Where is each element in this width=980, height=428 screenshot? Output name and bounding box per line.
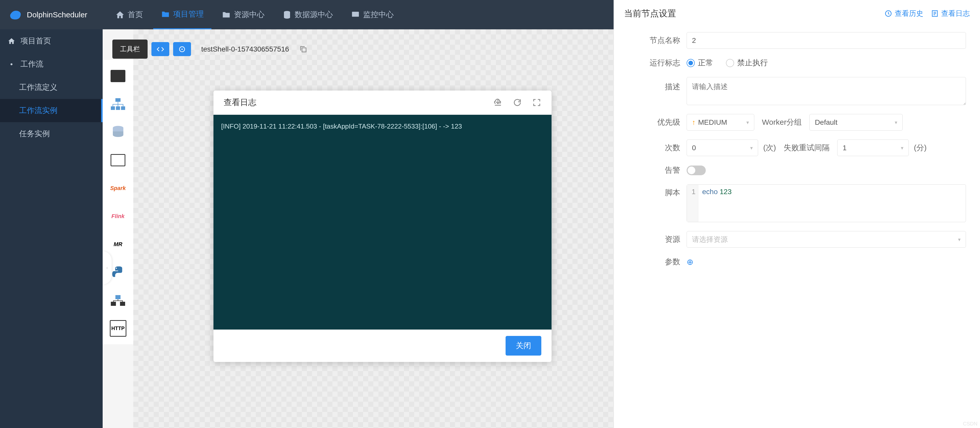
node-name-label: 节点名称 bbox=[628, 35, 687, 46]
chevron-down-icon: ▾ bbox=[958, 236, 961, 243]
row-script: 脚本 1 echo 123 bbox=[628, 184, 966, 222]
palette-mapreduce[interactable]: MR bbox=[110, 236, 126, 252]
folder-icon bbox=[222, 10, 231, 19]
radio-normal-label: 正常 bbox=[698, 58, 713, 68]
palette-python[interactable] bbox=[110, 264, 126, 281]
view-history-label: 查看历史 bbox=[895, 9, 923, 18]
retry-times-select[interactable]: 0 ▾ bbox=[687, 139, 758, 156]
sidebar-workflow[interactable]: 工作流 bbox=[0, 52, 103, 76]
modal-header: 查看日志 bbox=[213, 90, 552, 115]
monitor-icon bbox=[351, 10, 360, 19]
svg-rect-5 bbox=[302, 48, 306, 52]
spark-icon: Spark bbox=[110, 185, 126, 192]
resource-select[interactable]: 请选择资源 ▾ bbox=[687, 231, 966, 248]
view-log-button[interactable]: 查看日志 bbox=[931, 9, 970, 18]
fullscreen-icon[interactable] bbox=[532, 98, 541, 107]
target-icon bbox=[178, 45, 186, 53]
radio-unchecked-icon bbox=[726, 59, 734, 67]
svg-rect-12 bbox=[111, 302, 116, 306]
palette-subprocess[interactable] bbox=[110, 96, 126, 112]
svg-rect-9 bbox=[121, 106, 125, 110]
svg-point-4 bbox=[181, 48, 183, 50]
view-code-button[interactable] bbox=[151, 42, 169, 56]
left-sidebar: 项目首页 工作流 工作流定义 工作流实例 任务实例 bbox=[0, 29, 103, 428]
palette-flink[interactable]: Flink bbox=[110, 208, 126, 225]
gear-icon bbox=[8, 60, 15, 68]
brand-logo[interactable]: DolphinScheduler bbox=[8, 7, 88, 22]
nav-monitor[interactable]: 监控中心 bbox=[343, 0, 401, 29]
params-label: 参数 bbox=[628, 257, 687, 267]
sidebar-workflow-label: 工作流 bbox=[21, 59, 43, 70]
sidebar-workflow-instance[interactable]: 工作流实例 bbox=[0, 99, 103, 122]
http-icon: HTTP bbox=[111, 325, 125, 331]
close-button[interactable]: 关闭 bbox=[506, 336, 541, 355]
nav-resource[interactable]: 资源中心 bbox=[214, 0, 272, 29]
radio-normal[interactable]: 正常 bbox=[687, 58, 713, 68]
palette-sql[interactable] bbox=[110, 152, 126, 168]
code-arg: 123 bbox=[720, 188, 732, 196]
svg-rect-7 bbox=[111, 106, 115, 110]
home-icon bbox=[115, 10, 125, 19]
svg-rect-13 bbox=[120, 302, 125, 306]
collapse-handle[interactable]: ‹ bbox=[103, 251, 111, 284]
project-icon bbox=[161, 10, 170, 19]
node-name-input[interactable] bbox=[687, 32, 966, 49]
nav-project[interactable]: 项目管理 bbox=[153, 0, 212, 29]
worker-group-select[interactable]: Default ▾ bbox=[810, 114, 903, 131]
modal-footer: 关闭 bbox=[213, 330, 552, 362]
svg-rect-8 bbox=[116, 106, 120, 110]
script-label: 脚本 bbox=[628, 184, 687, 198]
retry-times-unit: (次) bbox=[763, 143, 776, 153]
panel-title: 当前节点设置 bbox=[624, 8, 676, 19]
alarm-toggle[interactable] bbox=[687, 166, 706, 175]
nav-resource-label: 资源中心 bbox=[234, 10, 264, 20]
sidebar-project-home[interactable]: 项目首页 bbox=[0, 29, 103, 52]
svg-rect-1 bbox=[352, 12, 359, 17]
radio-forbid[interactable]: 禁止执行 bbox=[726, 58, 768, 68]
log-content[interactable]: [INFO] 2019-11-21 11:22:41.503 - [taskAp… bbox=[213, 115, 552, 330]
sidebar-task-instance-label: 任务实例 bbox=[19, 128, 50, 139]
palette-shell[interactable] bbox=[110, 68, 126, 84]
node-settings-panel: 当前节点设置 查看历史 查看日志 节点名称 运行标志 正常 bbox=[614, 0, 980, 428]
log-line: [INFO] 2019-11-21 11:22:41.503 - [taskAp… bbox=[221, 122, 544, 130]
arrow-up-icon: ↑ bbox=[692, 118, 695, 126]
script-editor[interactable]: 1 echo 123 bbox=[687, 184, 966, 222]
code-keyword: echo bbox=[702, 188, 718, 196]
nav-home[interactable]: 首页 bbox=[108, 0, 151, 29]
nav-items: 首页 项目管理 资源中心 数据源中心 监控中心 bbox=[108, 0, 401, 29]
download-icon[interactable] bbox=[493, 98, 503, 107]
shell-icon bbox=[111, 70, 126, 82]
form-body: 节点名称 运行标志 正常 禁止执行 描述 优先级 bbox=[614, 27, 980, 281]
refresh-icon[interactable] bbox=[513, 98, 522, 107]
priority-select[interactable]: ↑MEDIUM ▾ bbox=[687, 114, 754, 131]
desc-textarea[interactable] bbox=[687, 77, 966, 105]
palette-http[interactable]: HTTP bbox=[110, 320, 126, 337]
locate-button[interactable] bbox=[173, 42, 191, 56]
retry-interval-value: 1 bbox=[843, 144, 847, 152]
radio-checked-icon bbox=[687, 59, 695, 67]
priority-label: 优先级 bbox=[628, 117, 687, 128]
palette-dependent[interactable] bbox=[110, 292, 126, 309]
worker-group-label: Worker分组 bbox=[762, 117, 802, 128]
sidebar-workflow-definition[interactable]: 工作流定义 bbox=[0, 76, 103, 99]
radio-forbid-label: 禁止执行 bbox=[737, 58, 768, 68]
python-icon bbox=[111, 265, 125, 279]
view-history-button[interactable]: 查看历史 bbox=[885, 9, 923, 18]
nav-home-label: 首页 bbox=[128, 10, 143, 20]
chevron-left-icon: ‹ bbox=[107, 266, 108, 270]
palette-spark[interactable]: Spark bbox=[110, 180, 126, 197]
row-resource: 资源 请选择资源 ▾ bbox=[628, 231, 966, 248]
nav-project-label: 项目管理 bbox=[173, 9, 204, 19]
row-params: 参数 ⊕ bbox=[628, 257, 966, 267]
code-brackets-icon bbox=[156, 45, 164, 53]
svg-rect-14 bbox=[115, 295, 121, 299]
add-param-button[interactable]: ⊕ bbox=[687, 257, 694, 267]
copy-icon[interactable] bbox=[299, 45, 307, 53]
nav-datasource[interactable]: 数据源中心 bbox=[275, 0, 340, 29]
retry-interval-select[interactable]: 1 ▾ bbox=[837, 139, 909, 156]
subprocess-icon bbox=[110, 98, 126, 111]
sidebar-task-instance[interactable]: 任务实例 bbox=[0, 122, 103, 145]
palette-procedure[interactable] bbox=[110, 124, 126, 140]
svg-point-2 bbox=[11, 63, 13, 65]
view-log-label: 查看日志 bbox=[941, 9, 970, 18]
